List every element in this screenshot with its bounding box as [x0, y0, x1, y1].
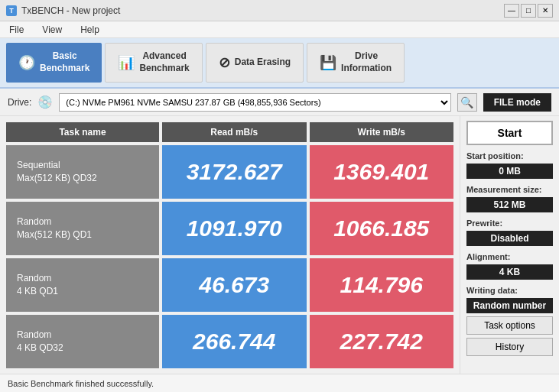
menu-bar: File View Help: [0, 21, 559, 38]
prewrite-value: Disabled: [466, 231, 553, 246]
sidebar: Start Start position: 0 MB Measurement s…: [460, 116, 559, 374]
read-cell-0: 3172.627: [162, 145, 307, 199]
toolbar-data-erasing[interactable]: ⊘ Data Erasing: [206, 43, 304, 83]
toolbar-advanced-benchmark[interactable]: 📊 AdvancedBenchmark: [105, 43, 202, 83]
row-label-3: Random4 KB QD32: [6, 315, 159, 368]
write-cell-0: 1369.401: [310, 145, 454, 199]
alignment-label: Alignment:: [466, 252, 553, 261]
drive-information-label: DriveInformation: [341, 50, 392, 74]
menu-view[interactable]: View: [36, 23, 68, 37]
toolbar-basic-benchmark[interactable]: 🕐 BasicBenchmark: [6, 43, 102, 83]
read-cell-2: 46.673: [162, 258, 307, 312]
table-header-row: Task name Read mB/s Write mB/s: [6, 122, 453, 142]
row-label-0: SequentialMax(512 KB) QD32: [6, 145, 159, 199]
read-cell-3: 266.744: [162, 315, 307, 368]
toolbar-drive-information[interactable]: 💾 DriveInformation: [307, 43, 405, 83]
task-options-button[interactable]: Task options: [466, 316, 553, 335]
app-icon: T: [6, 5, 17, 16]
row-label-2: Random4 KB QD1: [6, 258, 159, 312]
th-write: Write mB/s: [310, 122, 454, 142]
prewrite-label: Prewrite:: [466, 219, 553, 228]
th-taskname: Task name: [6, 122, 159, 142]
start-position-value: 0 MB: [466, 164, 553, 179]
table-row: Random4 KB QD1 46.673 114.796: [6, 258, 453, 312]
measurement-size-value: 512 MB: [466, 197, 553, 212]
table-row: SequentialMax(512 KB) QD32 3172.627 1369…: [6, 145, 453, 199]
maximize-button[interactable]: □: [521, 4, 536, 18]
file-mode-button[interactable]: FILE mode: [483, 93, 551, 112]
write-cell-3: 227.742: [310, 315, 454, 368]
basic-benchmark-label: BasicBenchmark: [40, 50, 89, 74]
drive-icon: 💿: [37, 95, 53, 109]
history-button[interactable]: History: [466, 338, 553, 356]
data-erasing-label: Data Erasing: [235, 57, 291, 69]
drive-select[interactable]: (C:) NVMe PM961 NVMe SAMSU 237.87 GB (49…: [59, 93, 450, 112]
menu-file[interactable]: File: [3, 23, 30, 37]
window-title: TxBENCH - New project: [21, 5, 120, 16]
drive-information-icon: 💾: [320, 54, 336, 71]
status-bar: Basic Benchmark finished successfully.: [0, 374, 559, 392]
write-cell-2: 114.796: [310, 258, 454, 312]
table-row: RandomMax(512 KB) QD1 1091.970 1066.185: [6, 202, 453, 255]
data-erasing-icon: ⊘: [219, 54, 230, 71]
benchmark-table: Task name Read mB/s Write mB/s Sequentia…: [0, 116, 460, 374]
start-button[interactable]: Start: [466, 121, 553, 145]
table-row: Random4 KB QD32 266.744 227.742: [6, 315, 453, 368]
drive-label: Drive:: [8, 97, 31, 108]
main-content: Task name Read mB/s Write mB/s Sequentia…: [0, 116, 559, 374]
row-label-1: RandomMax(512 KB) QD1: [6, 202, 159, 255]
advanced-benchmark-label: AdvancedBenchmark: [139, 50, 189, 74]
start-position-label: Start position:: [466, 151, 553, 160]
title-bar: T TxBENCH - New project — □ ✕: [0, 0, 559, 21]
close-button[interactable]: ✕: [538, 4, 553, 18]
toolbar: 🕐 BasicBenchmark 📊 AdvancedBenchmark ⊘ D…: [0, 38, 559, 89]
alignment-value: 4 KB: [466, 264, 553, 280]
th-read: Read mB/s: [162, 122, 307, 142]
read-cell-1: 1091.970: [162, 202, 307, 255]
minimize-button[interactable]: —: [504, 4, 519, 18]
menu-help[interactable]: Help: [74, 23, 106, 37]
status-text: Basic Benchmark finished successfully.: [8, 379, 154, 388]
drive-bar: Drive: 💿 (C:) NVMe PM961 NVMe SAMSU 237.…: [0, 89, 559, 116]
writing-data-label: Writing data:: [466, 286, 553, 295]
writing-data-value: Random number: [466, 298, 553, 313]
drive-refresh-button[interactable]: 🔍: [457, 93, 477, 112]
write-cell-1: 1066.185: [310, 202, 454, 255]
advanced-benchmark-icon: 📊: [118, 54, 135, 71]
measurement-size-label: Measurement size:: [466, 185, 553, 194]
basic-benchmark-icon: 🕐: [18, 54, 35, 71]
